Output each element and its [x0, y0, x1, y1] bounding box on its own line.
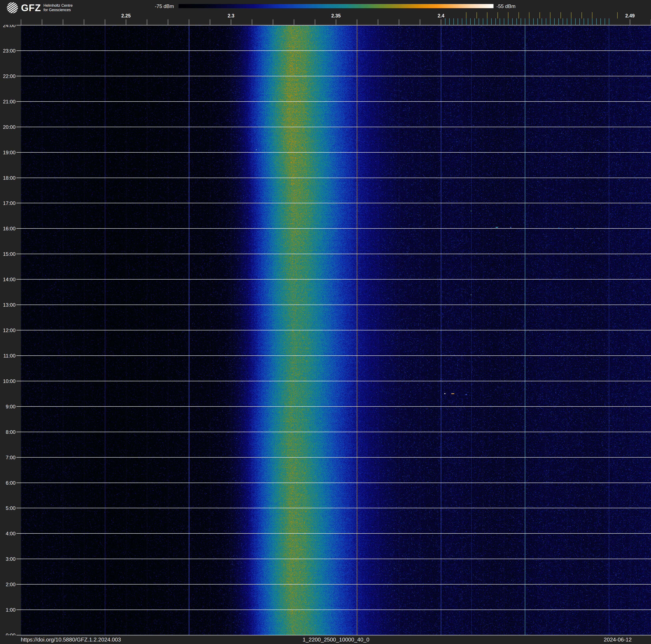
time-tick-label: 13:00 — [0, 302, 16, 308]
ble-channel-tick — [500, 18, 500, 25]
date-label: 2024-06-12 — [604, 635, 632, 644]
ble-channel-tick — [609, 18, 609, 25]
ble-channel-tick — [546, 18, 546, 25]
freq-tick — [147, 19, 147, 25]
freq-tick — [399, 19, 399, 25]
brand-text: GFZ — [21, 3, 41, 12]
wifi-channel-tick — [487, 12, 488, 19]
transient-blip — [471, 294, 471, 295]
ble-channel-tick — [588, 18, 588, 25]
brand-subtitle: Helmholtz Centre for Geosciences — [43, 3, 73, 12]
ble-channel-tick — [508, 18, 508, 25]
hour-gridline — [17, 432, 651, 432]
time-tick-label: 22:00 — [0, 74, 16, 79]
ble-channel-tick — [495, 18, 496, 25]
hour-gridline — [17, 279, 651, 280]
ble-channel-tick — [517, 18, 517, 25]
hour-gridline — [17, 228, 651, 229]
ble-channel-tick — [478, 18, 479, 25]
ble-channel-tick — [454, 18, 454, 25]
freq-tick — [315, 19, 315, 25]
ble-channel-tick — [445, 18, 445, 25]
ble-channel-tick — [567, 18, 567, 25]
ble-channel-tick — [458, 18, 458, 25]
hour-gridline — [17, 457, 651, 458]
hour-gridline — [17, 25, 651, 25]
freq-tick — [420, 19, 420, 25]
freq-tick — [42, 19, 42, 25]
wifi-channel-tick — [571, 12, 571, 19]
hour-gridline — [17, 406, 651, 407]
ble-channel-tick — [550, 18, 550, 25]
ble-channel-tick — [533, 18, 534, 25]
time-tick-label: 8:00 — [0, 429, 16, 435]
time-tick-label: 2:00 — [0, 582, 16, 587]
time-tick-label: 1:00 — [0, 607, 16, 613]
freq-tick — [63, 19, 63, 25]
wifi-channel-tick — [529, 12, 529, 19]
freq-tick — [294, 19, 294, 25]
freq-tick — [630, 19, 630, 25]
hour-gridline — [17, 330, 651, 330]
time-tick-label: 18:00 — [0, 175, 16, 181]
colorbar — [179, 4, 494, 8]
time-tick-label: 4:00 — [0, 531, 16, 536]
freq-tick — [357, 19, 357, 25]
time-tick-label: 10:00 — [0, 378, 16, 384]
transient-blip — [496, 227, 498, 228]
wifi-channel-tick — [497, 12, 498, 19]
time-tick-label: 14:00 — [0, 276, 16, 283]
freq-tick — [168, 19, 168, 25]
ble-channel-tick — [487, 18, 488, 25]
time-tick-label: 6:00 — [0, 480, 16, 486]
freq-tick — [126, 19, 126, 25]
time-tick-label: 12:00 — [0, 327, 16, 333]
hour-gridline — [17, 482, 651, 483]
ble-channel-tick — [554, 18, 555, 25]
time-tick-label: 17:00 — [0, 200, 16, 206]
freq-tick-label: 2.4 — [433, 13, 450, 19]
freq-tick-label: 2.35 — [328, 13, 344, 19]
freq-tick — [84, 19, 84, 25]
hour-gridline — [17, 203, 651, 203]
ble-channel-tick — [474, 18, 475, 25]
transient-blip — [471, 211, 471, 211]
hour-gridline — [17, 559, 651, 559]
wifi-channel-tick — [508, 12, 508, 19]
ble-channel-tick — [525, 18, 525, 25]
header: GFZ Helmholtz Centre for Geosciences -75… — [0, 0, 651, 25]
ble-channel-tick — [470, 18, 471, 25]
ble-channel-tick — [541, 18, 542, 25]
ble-channel-tick — [596, 18, 597, 25]
hour-gridline — [17, 178, 651, 178]
time-tick-label: 5:00 — [0, 505, 16, 511]
freq-tick — [336, 19, 336, 25]
wifi-channel-tick — [592, 12, 592, 19]
time-tick-label: 3:00 — [0, 556, 16, 562]
time-tick-label: 21:00 — [0, 99, 16, 105]
colorbar-max-label: -55 dBm — [496, 4, 516, 9]
footer: https://doi.org/10.5880/GFZ.1.2.2024.003… — [0, 635, 651, 644]
freq-tick — [273, 19, 273, 25]
ble-channel-tick — [558, 18, 559, 25]
ble-channel-tick — [592, 18, 592, 25]
ble-channel-tick — [466, 18, 466, 25]
wifi-channel-tick — [466, 12, 466, 19]
spectrogram-page: GFZ Helmholtz Centre for Geosciences -75… — [0, 0, 651, 644]
colorbar-min-label: -75 dBm — [155, 4, 174, 9]
hour-gridline — [17, 101, 651, 102]
ble-channel-tick — [504, 18, 504, 25]
transient-blip — [465, 394, 467, 395]
freq-tick — [378, 19, 378, 25]
brand-subtitle-line2: for Geosciences — [43, 8, 73, 12]
time-tick-label: 16:00 — [0, 226, 16, 232]
ble-channel-tick — [491, 18, 492, 25]
transient-blip — [444, 393, 445, 394]
time-tick-label: 15:00 — [0, 251, 16, 257]
hour-gridline — [17, 254, 651, 254]
hour-gridline — [17, 584, 651, 585]
gfz-logo: GFZ Helmholtz Centre for Geosciences — [6, 1, 73, 14]
wifi-channel-tick — [476, 12, 477, 19]
ble-channel-tick — [575, 18, 576, 25]
hour-gridline — [17, 355, 651, 356]
